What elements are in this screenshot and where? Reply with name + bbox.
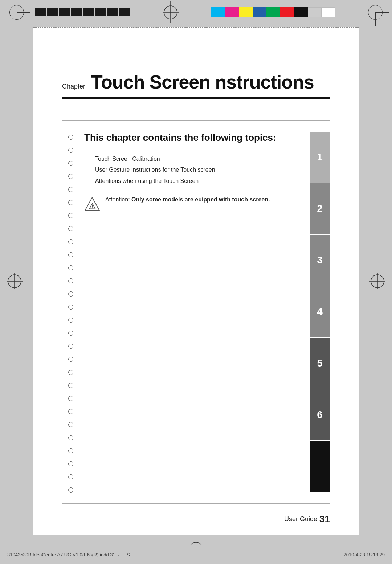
bullet-1 bbox=[68, 135, 73, 140]
color-bars-group bbox=[211, 7, 335, 17]
warning-icon: ⚠ bbox=[84, 196, 100, 212]
black-bar-7 bbox=[107, 8, 118, 16]
chapter-tab-7 bbox=[310, 441, 330, 493]
black-bar-1 bbox=[35, 8, 46, 16]
bullet-14 bbox=[68, 305, 73, 310]
black-bar-3 bbox=[59, 8, 70, 16]
bullet-26 bbox=[68, 461, 73, 466]
bullet-17 bbox=[68, 344, 73, 349]
toc-heading: This chapter contains the following topi… bbox=[84, 132, 303, 144]
footer-label: User Guide bbox=[284, 515, 317, 523]
bullet-15 bbox=[68, 318, 73, 323]
black-bar-4 bbox=[71, 8, 82, 16]
attention-prefix: Attention: bbox=[105, 196, 131, 203]
bullet-8 bbox=[68, 226, 73, 231]
black-bar-6 bbox=[95, 8, 106, 16]
top-right-reg-mark bbox=[364, 1, 392, 23]
bottom-right-text: 2010-4-28 18:18:29 bbox=[344, 552, 385, 557]
bullet-16 bbox=[68, 331, 73, 336]
chapter-tab-4: 4 bbox=[310, 286, 330, 338]
black-bar-2 bbox=[47, 8, 58, 16]
color-bar-cyan bbox=[211, 7, 225, 17]
bullet-18 bbox=[68, 357, 73, 362]
bottom-separator: / bbox=[118, 552, 120, 557]
attention-box: ⚠ Attention: Only some models are euippe… bbox=[84, 195, 303, 212]
bullet-5 bbox=[68, 187, 73, 192]
toc-item-2: User Gesture Instructions for the Touch … bbox=[95, 166, 303, 174]
main-page: Chapter Touch Screen nstructions bbox=[33, 27, 359, 535]
chapter-tab-3: 3 bbox=[310, 235, 330, 286]
chapter-title: Touch Screen nstructions bbox=[91, 71, 314, 93]
color-bar-blue bbox=[253, 7, 266, 17]
bullet-13 bbox=[68, 291, 73, 297]
chapter-tab-6: 6 bbox=[310, 389, 330, 441]
chapter-tab-2: 2 bbox=[310, 183, 330, 235]
bullet-28 bbox=[68, 487, 73, 493]
bullet-22 bbox=[68, 409, 73, 414]
chapter-tabs: 1 2 3 4 5 6 bbox=[310, 132, 330, 493]
bullet-27 bbox=[68, 474, 73, 479]
bullet-21 bbox=[68, 396, 73, 401]
color-bar-yellow bbox=[239, 7, 253, 17]
bullet-6 bbox=[68, 200, 73, 205]
bullet-12 bbox=[68, 278, 73, 283]
black-bar-5 bbox=[83, 8, 94, 16]
bullet-2 bbox=[68, 148, 73, 153]
chapter-tab-1: 1 bbox=[310, 132, 330, 183]
attention-text: Attention: Only some models are euipped … bbox=[105, 195, 270, 204]
color-bar-lightgray bbox=[308, 7, 322, 17]
chapter-tab-5: 5 bbox=[310, 338, 330, 389]
top-registration-left bbox=[0, 1, 28, 23]
bullet-19 bbox=[68, 370, 73, 375]
content-box: This chapter contains the following topi… bbox=[62, 120, 330, 504]
page-footer: User Guide 31 bbox=[284, 514, 330, 525]
toc-item-3: Attentions when using the Touch Screen bbox=[95, 177, 303, 185]
bullet-24 bbox=[68, 435, 73, 440]
bullet-20 bbox=[68, 383, 73, 388]
bullet-3 bbox=[68, 161, 73, 166]
chapter-label: Chapter bbox=[62, 83, 85, 90]
bullet-25 bbox=[68, 448, 73, 453]
bullet-11 bbox=[68, 265, 73, 270]
color-bar-white bbox=[322, 7, 335, 17]
bullet-10 bbox=[68, 252, 73, 257]
top-bar bbox=[0, 0, 392, 25]
bullet-7 bbox=[68, 213, 73, 218]
main-content-column: This chapter contains the following topi… bbox=[81, 132, 310, 493]
top-left-reg-mark bbox=[6, 1, 28, 23]
svg-text:⚠: ⚠ bbox=[89, 202, 96, 211]
bullet-23 bbox=[68, 422, 73, 427]
left-side-reg-mark bbox=[7, 273, 23, 291]
bottom-bar-left: 31043530B IdeaCentre A7 UG V1.0(EN)(R).i… bbox=[7, 552, 130, 557]
footer-page-number: 31 bbox=[319, 514, 330, 525]
color-bar-red bbox=[280, 7, 294, 17]
bullets-column bbox=[62, 132, 81, 493]
bullet-4 bbox=[68, 174, 73, 179]
bullet-9 bbox=[68, 239, 73, 244]
bottom-left-text: 31043530B IdeaCentre A7 UG V1.0(EN)(R).i… bbox=[7, 552, 115, 557]
black-bars-group bbox=[35, 8, 130, 16]
top-center-crosshair bbox=[130, 1, 211, 23]
bottom-middle-text: F S bbox=[122, 552, 130, 557]
reg-circle bbox=[9, 5, 24, 20]
chapter-title-line: Chapter Touch Screen nstructions bbox=[62, 71, 330, 93]
toc-item-1: Touch Screen Calibration bbox=[95, 155, 303, 163]
attention-bold: Only some models are euipped with touch … bbox=[131, 196, 270, 203]
right-side-reg-mark bbox=[369, 273, 385, 291]
black-bar-8 bbox=[119, 8, 130, 16]
color-bar-black bbox=[294, 7, 308, 17]
bottom-bar: 31043530B IdeaCentre A7 UG V1.0(EN)(R).i… bbox=[0, 545, 392, 564]
toc-items-list: Touch Screen Calibration User Gesture In… bbox=[95, 155, 303, 185]
chapter-divider bbox=[62, 97, 330, 99]
chapter-header: Chapter Touch Screen nstructions bbox=[33, 28, 359, 106]
color-bar-green bbox=[266, 7, 280, 17]
color-bar-magenta bbox=[225, 7, 239, 17]
